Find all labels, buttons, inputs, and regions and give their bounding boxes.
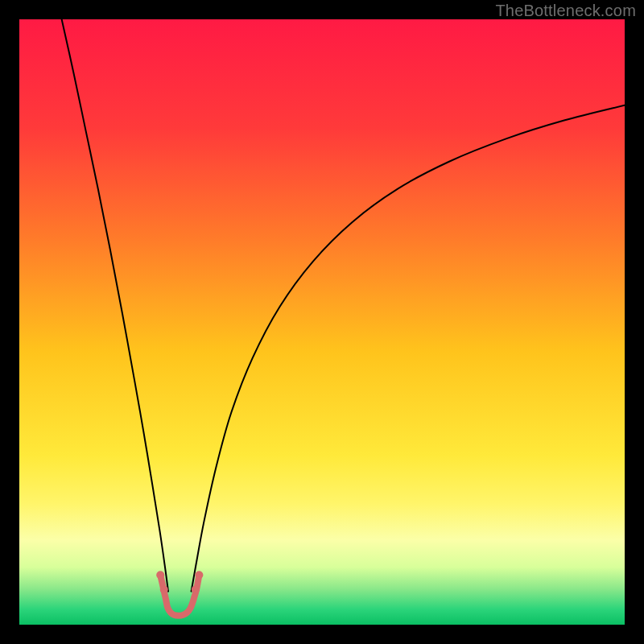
chart-frame: [19, 19, 625, 625]
gradient-background: [19, 19, 625, 625]
watermark-text: TheBottleneck.com: [495, 2, 636, 20]
bottleneck-chart: [19, 19, 625, 625]
valley-dot: [195, 571, 203, 579]
valley-dot: [160, 585, 168, 593]
valley-dot: [192, 585, 200, 593]
valley-dot: [156, 571, 164, 579]
